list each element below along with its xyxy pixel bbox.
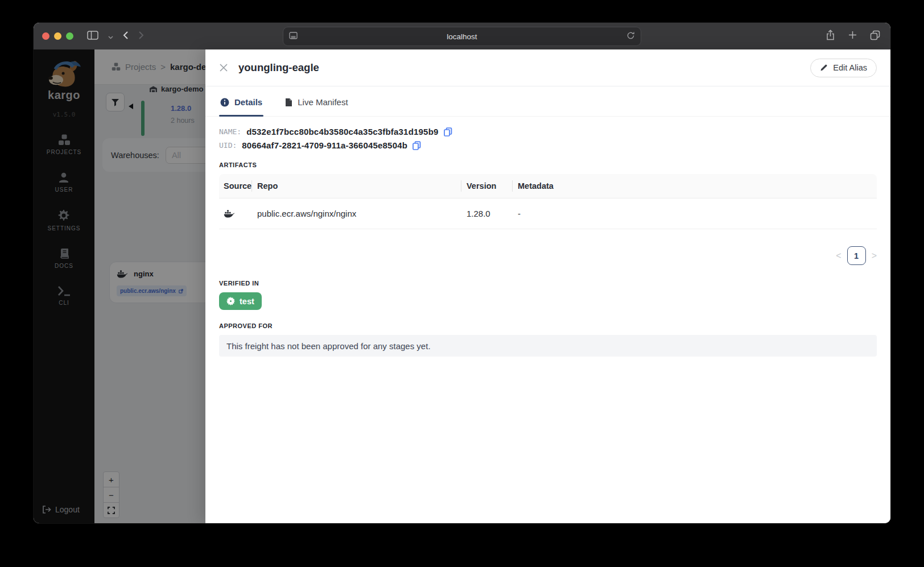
- docker-icon: [224, 209, 234, 218]
- website-settings-icon[interactable]: [289, 31, 298, 42]
- url-text: localhost: [298, 32, 626, 41]
- stage-badge-label: test: [240, 297, 254, 306]
- close-window-button[interactable]: [42, 32, 50, 40]
- pencil-icon: [820, 64, 828, 72]
- new-tab-icon[interactable]: [848, 31, 857, 42]
- artifact-source-cell: [219, 209, 251, 218]
- artifacts-table: Source Repo Version Metadata: [219, 174, 877, 229]
- stage-seal-icon: [226, 297, 235, 305]
- tab-live-manifest[interactable]: Live Manifest: [284, 86, 349, 116]
- drawer-backdrop[interactable]: [34, 49, 205, 523]
- artifact-repo-cell: public.ecr.aws/nginx/nginx: [251, 209, 461, 218]
- minimize-window-button[interactable]: [54, 32, 61, 40]
- pagination: < 1 >: [219, 246, 877, 265]
- desktop-background: localhost: [0, 0, 924, 567]
- table-row: public.ecr.aws/nginx/nginx 1.28.0 -: [219, 198, 877, 229]
- artifacts-heading: ARTIFACTS: [219, 162, 877, 168]
- reload-icon[interactable]: [626, 31, 635, 42]
- artifact-metadata-cell: -: [512, 209, 877, 218]
- zoom-window-button[interactable]: [66, 32, 73, 40]
- artifact-version-cell: 1.28.0: [461, 209, 512, 218]
- back-button[interactable]: [123, 31, 129, 42]
- pagination-page-1[interactable]: 1: [847, 246, 866, 265]
- uid-label: UID:: [219, 141, 237, 150]
- share-icon[interactable]: [826, 30, 835, 43]
- tab-details[interactable]: Details: [219, 86, 263, 116]
- copy-icon[interactable]: [444, 127, 452, 136]
- freight-alias-title: youngling-eagle: [238, 61, 319, 74]
- pagination-prev-icon[interactable]: <: [836, 251, 841, 261]
- info-icon: [220, 98, 229, 107]
- tab-label: Details: [234, 97, 262, 107]
- freight-name-value: d532e1f7bcc80bc4b3580c4a35c3fbfa31d195b9: [246, 127, 438, 136]
- close-icon[interactable]: [219, 63, 228, 72]
- tab-label: Live Manifest: [298, 97, 348, 107]
- edit-alias-button[interactable]: Edit Alias: [810, 59, 877, 77]
- edit-alias-label: Edit Alias: [833, 63, 867, 72]
- browser-titlebar: localhost: [34, 23, 890, 50]
- column-header-version: Version: [461, 174, 512, 198]
- drawer-tabs: Details Live Manifest: [205, 86, 890, 117]
- verified-in-heading: VERIFIED IN: [219, 280, 877, 287]
- traffic-lights: [42, 23, 73, 49]
- sidebar-toggle-icon[interactable]: [87, 31, 98, 42]
- approved-for-empty-message: This freight has not been approved for a…: [219, 335, 877, 357]
- column-header-metadata: Metadata: [512, 174, 877, 198]
- address-bar[interactable]: localhost: [283, 27, 641, 46]
- file-icon: [285, 98, 292, 107]
- freight-name-row: NAME: d532e1f7bcc80bc4b3580c4a35c3fbfa31…: [219, 127, 877, 136]
- stage-badge-test[interactable]: test: [219, 292, 262, 310]
- name-label: NAME:: [219, 127, 241, 136]
- column-header-source: Source: [219, 174, 251, 198]
- column-header-repo: Repo: [251, 174, 461, 198]
- pagination-next-icon[interactable]: >: [872, 251, 877, 261]
- chevron-down-icon[interactable]: [108, 31, 113, 42]
- freight-uid-value: 80664af7-2821-4709-911a-366045e8504b: [242, 140, 407, 150]
- tab-overview-icon[interactable]: [870, 30, 880, 43]
- approved-for-heading: APPROVED FOR: [219, 322, 877, 329]
- freight-details-drawer: youngling-eagle Edit Alias Deta: [205, 49, 890, 523]
- freight-uid-row: UID: 80664af7-2821-4709-911a-366045e8504…: [219, 140, 877, 150]
- forward-button[interactable]: [138, 31, 144, 42]
- copy-icon[interactable]: [412, 141, 421, 150]
- browser-window: localhost: [34, 23, 890, 523]
